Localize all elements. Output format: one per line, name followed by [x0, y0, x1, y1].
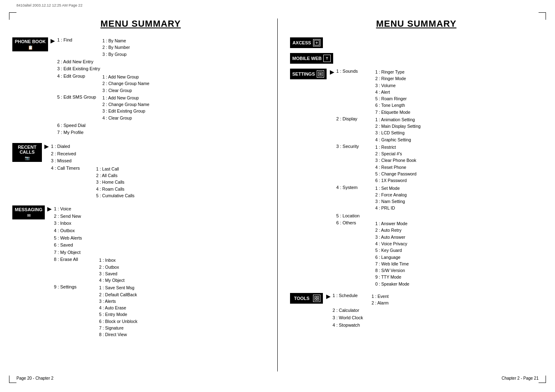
ms-sub-8: 8 : Direct View	[99, 331, 137, 338]
oth-sub-2: 2 : Auto Retry	[375, 227, 410, 233]
ms-sub-5: 5 : Entry Mode	[99, 311, 137, 318]
tools-world-clock: 3 : World Clock	[333, 314, 543, 322]
recent-calls-block: RECENTCALLS 📷 ▶ 1 : Dialed 2 : Received …	[12, 143, 269, 200]
oth-sub-9: 9 : TTY Mode	[375, 274, 410, 280]
rc-received: 2 : Received	[51, 150, 269, 158]
sys-sub-1: 1 : Set Mode	[375, 185, 407, 191]
pb-edit-existing: 3 : Edit Existing Entry	[57, 65, 269, 73]
location-standalone: 5 : Location	[336, 212, 543, 220]
ct-sub-3: 3 : Home Calls	[96, 179, 134, 185]
security-subitems: 1 : Restrict 2 : Special #'s 3 : Clear P…	[375, 144, 417, 184]
sys-sub-3: 3 : Nam Setting	[375, 198, 407, 205]
msg-send-new: 2 : Send New	[54, 213, 269, 220]
d-sub-3: 3 : LCD Setting	[375, 129, 421, 136]
messaging-icon: ✉	[27, 213, 30, 218]
eg-sub-1: 1 : Add New Group	[102, 74, 149, 80]
mobile-web-label: MOBILE WEB T	[290, 53, 334, 64]
sec-sub-1: 1 : Restrict	[375, 144, 417, 150]
messaging-items: 1 : Voice 2 : Send New 3 : Inbox 4 : Out…	[54, 205, 269, 339]
eg-sub-2: 2 : Change Group Name	[102, 80, 149, 87]
ms-sub-4: 4 : Auto Erase	[99, 304, 137, 311]
eg-sub-3: 3 : Clear Group	[102, 87, 149, 94]
es-sub-1: 1 : Add New Group	[102, 95, 149, 101]
sec-sub-2: 2 : Special #'s	[375, 150, 417, 157]
phone-book-items: 1 : Find 1 : By Name 2 : By Number 3 : B…	[57, 37, 269, 137]
sounds-subitems: 1 : Ringer Type 2 : Ringer Mode 3 : Volu…	[375, 69, 410, 115]
mobile-web-icon: T	[323, 55, 331, 62]
oth-sub-5: 5 : Key Guard	[375, 247, 410, 254]
display-row: 2 : Display 1 : Animation Setting 2 : Ma…	[336, 116, 543, 143]
ct-sub-2: 2 : All Calls	[96, 172, 134, 179]
msg-settings-row: 9 : Settings 1 : Save Sent Msg 2 : Defau…	[54, 284, 269, 338]
sec-sub-3: 3 : Clear Phone Book	[375, 157, 417, 164]
settings-icon	[317, 70, 324, 78]
settings-items: 1 : Sounds 1 : Ringer Type 2 : Ringer Mo…	[336, 69, 543, 288]
edit-sms-label: 5 : Edit SMS Group	[57, 95, 102, 99]
tools-items: 1 : Schedule 1 : Event 2 : Alarm 2 : Cal…	[333, 293, 543, 330]
recent-calls-items: 1 : Dialed 2 : Received 3 : Missed 4 : C…	[51, 143, 269, 200]
ct-sub-1: 1 : Last Call	[96, 166, 134, 172]
tools-label: TOOLS	[290, 293, 323, 304]
tools-standalone: 2 : Calculator 3 : World Clock 4 : Stopw…	[333, 307, 543, 329]
ms-sub-7: 7 : Signature	[99, 325, 137, 331]
rc-dialed: 1 : Dialed	[51, 143, 269, 150]
s-sub-6: 6 : Tone Length	[375, 102, 410, 108]
pb-add-new: 2 : Add New Entry	[57, 58, 269, 66]
sch-sub-1: 1 : Event	[372, 293, 389, 300]
ea-sub-3: 3 : Saved	[99, 270, 124, 277]
msg-voice: 1 : Voice	[54, 205, 269, 213]
oth-sub-1: 1 : Answer Mode	[375, 220, 410, 227]
mobile-web-block: MOBILE WEB T	[290, 53, 543, 64]
ct-sub-4: 4 : Roam Calls	[96, 186, 134, 192]
system-row: 4 : System 1 : Set Mode 2 : Force Analog…	[336, 185, 543, 212]
svg-rect-9	[315, 299, 316, 300]
erase-all-subitems: 1 : Inbox 2 : Outbox 3 : Saved 4 : My Ob…	[99, 257, 124, 284]
s-sub-7: 7 : Etiquette Mode	[375, 109, 410, 115]
call-timers-label: 4 : Call Timers	[51, 166, 96, 171]
recent-calls-label: RECENTCALLS 📷	[12, 143, 42, 162]
rc-missed: 3 : Missed	[51, 157, 269, 165]
display-subitems: 1 : Animation Setting 2 : Main Display S…	[375, 116, 421, 143]
svg-rect-10	[317, 299, 319, 300]
footer-left: Page 20 - Chapter 2	[16, 376, 53, 380]
oth-sub-7: 7 : Web Idle Time	[375, 261, 410, 267]
tools-icon	[313, 295, 320, 302]
phone-book-block: PHONE BOOK 📋 ▶ 1 : Find 1 : By Name 2 : …	[12, 37, 269, 137]
msg-my-object: 7 : My Object	[54, 249, 269, 256]
security-row: 3 : Security 1 : Restrict 2 : Special #'…	[336, 144, 543, 184]
svg-rect-8	[317, 296, 319, 298]
left-column: MENU SUMMARY PHONE BOOK 📋 ▶ 1 : Find 1 :…	[12, 18, 278, 371]
d-sub-4: 4 : Graphic Setting	[375, 136, 421, 143]
axcess-label: AXCESS	[290, 37, 323, 48]
sys-sub-2: 2 : Force Analog	[375, 191, 407, 198]
es-sub-4: 4 : Clear Group	[102, 115, 149, 121]
ea-sub-2: 2 : Outbox	[99, 264, 124, 270]
edit-group-row: 4 : Edit Group 1 : Add New Group 2 : Cha…	[57, 74, 269, 94]
oth-sub-0: 0 : Speaker Mode	[375, 281, 410, 287]
settings-label: SETTINGS	[290, 69, 327, 79]
phone-book-icon: 📋	[28, 45, 33, 50]
axcess-icon	[313, 39, 320, 46]
msg-web-alerts: 5 : Web Alerts	[54, 235, 269, 242]
s-sub-2: 2 : Ringer Mode	[375, 75, 410, 82]
find-label: 1 : Find	[57, 37, 102, 42]
messaging-arrow: ▶	[47, 206, 51, 212]
rc-standalone: 1 : Dialed 2 : Received 3 : Missed	[51, 143, 269, 165]
sec-sub-5: 5 : Change Password	[375, 171, 417, 177]
msg-settings-subitems: 1 : Save Sent Msg 2 : Default CallBack 3…	[99, 284, 137, 338]
s-sub-1: 1 : Ringer Type	[375, 69, 410, 75]
schedule-label: 1 : Schedule	[333, 293, 372, 298]
edit-sms-row: 5 : Edit SMS Group 1 : Add New Group 2 :…	[57, 95, 269, 121]
es-sub-2: 2 : Change Group Name	[102, 101, 149, 108]
find-sub-3: 3 : By Group	[102, 51, 130, 58]
sec-sub-4: 4 : Reset Phone	[375, 164, 417, 171]
s-sub-5: 5 : Roam Ringer	[375, 95, 410, 102]
right-column: MENU SUMMARY AXCESS MOBILE WEB T	[278, 18, 543, 371]
others-label: 6 : Others	[336, 220, 375, 225]
right-section-title: MENU SUMMARY	[290, 18, 543, 29]
location-label: 5 : Location	[336, 212, 543, 220]
phone-book-label: PHONE BOOK 📋	[12, 37, 48, 51]
s-sub-4: 4 : Alert	[375, 89, 410, 95]
edit-group-label: 4 : Edit Group	[57, 74, 102, 78]
others-subitems: 1 : Answer Mode 2 : Auto Retry 3 : Auto …	[375, 220, 410, 287]
